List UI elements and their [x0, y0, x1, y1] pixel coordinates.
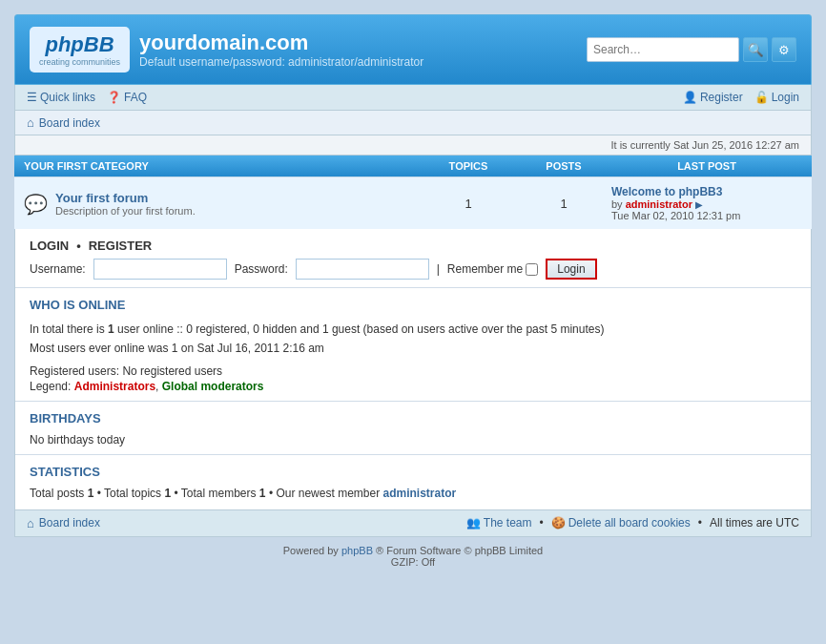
content-area: LOGIN • REGISTER Username: Password: | R…	[14, 229, 812, 510]
team-link[interactable]: 👥 The team	[466, 516, 532, 530]
powered-by: Powered by	[283, 545, 339, 556]
footer-nav: ⌂ Board index 👥 The team • 🍪 Delete all …	[14, 510, 812, 537]
logo-tagline: creating communities	[39, 57, 120, 67]
login-link[interactable]: 🔓 Login	[754, 91, 799, 104]
forum-last-post: Welcome to phpBB3 by administrator ▶ Tue…	[611, 185, 802, 221]
online-count: 1	[108, 322, 114, 336]
logo-text: phpBB	[45, 32, 114, 57]
forum-table: YOUR FIRST CATEGORY TOPICS POSTS LAST PO…	[14, 156, 812, 229]
breadcrumb-label: Board index	[39, 116, 100, 130]
footer-sep1: •	[540, 516, 544, 530]
footer-home-icon: ⌂	[27, 516, 34, 530]
topics-col-header: TOPICS	[421, 160, 516, 172]
login-icon: 🔓	[754, 91, 769, 104]
login-register-section: LOGIN • REGISTER Username: Password: | R…	[15, 229, 811, 288]
quick-links-label: Quick links	[40, 91, 95, 104]
login-register-header: LOGIN • REGISTER	[30, 239, 796, 253]
posts-col-header: POSTS	[516, 160, 611, 172]
last-post-time: Tue Mar 02, 2010 12:31 pm	[611, 210, 802, 221]
cookie-icon: 🍪	[551, 516, 566, 530]
forum-info: 💬 Your first forum Description of your f…	[24, 191, 421, 217]
category-name: YOUR FIRST CATEGORY	[24, 160, 421, 172]
remember-me-checkbox[interactable]	[526, 263, 538, 276]
username-label: Username:	[30, 262, 86, 276]
statistics-heading: STATISTICS	[30, 465, 796, 479]
forum-row: 💬 Your first forum Description of your f…	[14, 177, 812, 229]
logo-area: phpBB creating communities yourdomain.co…	[30, 27, 423, 73]
login-button[interactable]: Login	[546, 259, 596, 280]
nav-right: 👤 Register 🔓 Login	[683, 91, 799, 104]
remember-me-text: Remember me	[447, 262, 523, 276]
last-post-user[interactable]: administrator	[626, 198, 692, 210]
forum-icon: 💬	[24, 193, 48, 216]
timezone-label: All times are UTC	[710, 516, 799, 530]
birthdays-heading: BIRTHDAYS	[30, 411, 796, 426]
team-label: The team	[484, 516, 532, 530]
last-post-by: by administrator ▶	[611, 198, 802, 210]
register-link[interactable]: 👤 Register	[683, 91, 743, 104]
statistics-text: Total posts 1 • Total topics 1 • Total m…	[30, 487, 796, 500]
forum-category-header: YOUR FIRST CATEGORY TOPICS POSTS LAST PO…	[14, 156, 812, 177]
breadcrumb-board-index[interactable]: Board index	[39, 116, 100, 130]
online-text-line2: Most users ever online was 1 on Sat Jul …	[30, 339, 796, 358]
delete-cookies-link[interactable]: 🍪 Delete all board cookies	[551, 516, 691, 530]
legend-admins[interactable]: Administrators	[74, 380, 155, 393]
faq-icon: ❓	[107, 91, 121, 104]
who-is-online-section: WHO IS ONLINE In total there is 1 user o…	[15, 288, 811, 402]
site-title: yourdomain.com	[139, 31, 423, 55]
search-input[interactable]	[587, 37, 739, 62]
newest-member[interactable]: administrator	[382, 487, 456, 500]
legend-mods[interactable]: Global moderators	[162, 380, 264, 393]
home-icon: ⌂	[27, 115, 34, 130]
footer-suffix: ® Forum Software © phpBB Limited	[376, 545, 543, 556]
total-posts-label: Total posts	[30, 487, 84, 500]
statistics-section: STATISTICS Total posts 1 • Total topics …	[15, 455, 811, 509]
forum-posts-count: 1	[516, 197, 611, 211]
delete-cookies-label: Delete all board cookies	[568, 516, 691, 530]
site-subtitle: Default username/password: administrator…	[139, 55, 423, 69]
separator: •	[76, 239, 81, 253]
footer-gzip: GZIP: Off	[22, 556, 804, 568]
forum-details: Your first forum Description of your fir…	[55, 191, 196, 217]
register-heading: REGISTER	[89, 239, 152, 253]
quick-links-menu[interactable]: ☰ Quick links	[27, 91, 95, 104]
register-icon: 👤	[683, 91, 697, 104]
legend-label: Legend:	[30, 380, 71, 393]
search-button[interactable]: 🔍	[743, 37, 768, 62]
last-post-title[interactable]: Welcome to phpBB3	[611, 185, 722, 198]
site-info: yourdomain.com Default username/password…	[139, 31, 423, 69]
newest-member-label: Our newest member	[276, 487, 380, 500]
footer-line1: Powered by phpBB ® Forum Software © phpB…	[22, 545, 804, 556]
username-input[interactable]	[93, 259, 227, 280]
search-area: 🔍 ⚙	[587, 37, 796, 62]
navbar: ☰ Quick links ❓ FAQ 👤 Register 🔓 Login	[14, 85, 812, 111]
login-label: Login	[772, 91, 799, 104]
hidden-count: 0 hidden and 1 guest (based on users act…	[253, 322, 604, 336]
last-post-by-label: by	[611, 198, 623, 210]
forum-name[interactable]: Your first forum	[55, 191, 196, 205]
password-input[interactable]	[296, 259, 429, 280]
header: phpBB creating communities yourdomain.co…	[14, 14, 812, 85]
total-posts-value: 1	[88, 487, 94, 500]
datetime-bar: It is currently Sat Jun 25, 2016 12:27 a…	[14, 135, 812, 156]
bottom-footer: Powered by phpBB ® Forum Software © phpB…	[14, 537, 812, 575]
faq-link[interactable]: ❓ FAQ	[107, 91, 147, 104]
footer-right: 👥 The team • 🍪 Delete all board cookies …	[466, 516, 799, 530]
hamburger-icon: ☰	[27, 91, 37, 104]
who-is-online-heading: WHO IS ONLINE	[30, 298, 796, 312]
total-members-value: 1	[259, 487, 266, 500]
remember-separator: |	[437, 262, 440, 276]
advanced-search-button[interactable]: ⚙	[772, 37, 796, 62]
registered-users: Registered users: No registered users	[30, 364, 796, 378]
total-members-label: Total members	[181, 487, 257, 500]
footer-board-index[interactable]: Board index	[39, 516, 100, 530]
remember-me-label: Remember me	[447, 262, 538, 276]
phpbb-link[interactable]: phpBB	[341, 545, 373, 556]
nav-left: ☰ Quick links ❓ FAQ	[27, 91, 147, 104]
total-topics-label: Total topics	[104, 487, 161, 500]
line1-middle: user online :: 0 registered,	[117, 322, 250, 336]
footer-left: ⌂ Board index	[27, 516, 100, 530]
register-label: Register	[700, 91, 743, 104]
breadcrumb-bar: ⌂ Board index	[14, 111, 812, 135]
last-post-col-header: LAST POST	[611, 160, 802, 172]
